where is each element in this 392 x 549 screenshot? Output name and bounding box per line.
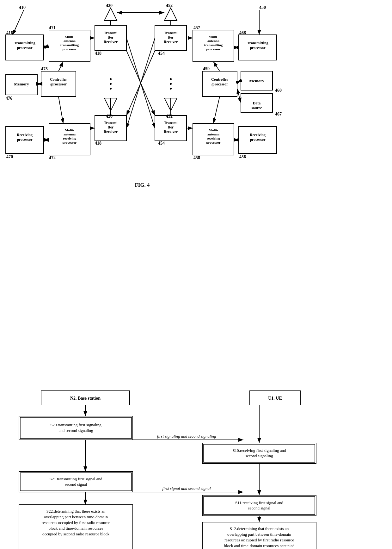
svg-text:first signal and second signal: first signal and second signal xyxy=(162,486,211,491)
svg-text:second signal: second signal xyxy=(65,482,87,487)
svg-text:450: 450 xyxy=(259,5,266,10)
svg-text:antenna: antenna xyxy=(207,39,219,43)
svg-text:459: 459 xyxy=(203,66,210,71)
svg-text:processor: processor xyxy=(17,137,33,142)
svg-text:Memory: Memory xyxy=(249,78,264,83)
svg-text:416: 416 xyxy=(6,30,13,35)
svg-point-115 xyxy=(110,83,112,85)
svg-point-119 xyxy=(170,88,172,90)
svg-text:processor: processor xyxy=(62,47,77,51)
svg-text:tter: tter xyxy=(108,125,114,129)
svg-text:Multi-: Multi- xyxy=(209,35,218,39)
svg-text:454: 454 xyxy=(158,141,165,146)
svg-text:processor: processor xyxy=(250,46,266,50)
svg-text:block and time-domain resource: block and time-domain resources occupied xyxy=(224,543,295,548)
fig5-svg: N2. Base station U1. UE S20.transmitting… xyxy=(0,384,392,549)
svg-text:Transmitting: Transmitting xyxy=(247,41,268,45)
svg-line-104 xyxy=(237,89,241,103)
svg-text:Transmi: Transmi xyxy=(104,121,118,125)
svg-text:472: 472 xyxy=(49,155,56,160)
svg-text:tter: tter xyxy=(108,35,114,40)
svg-text:second signaling: second signaling xyxy=(245,453,273,458)
svg-text:Multi-: Multi- xyxy=(209,128,218,132)
svg-text:Transmi: Transmi xyxy=(104,31,118,35)
svg-text:476: 476 xyxy=(6,96,12,101)
svg-text:processor: processor xyxy=(62,140,77,144)
svg-text:454: 454 xyxy=(158,51,165,56)
svg-text:S22.determining that there exi: S22.determining that there exists an xyxy=(46,509,106,514)
svg-text:Controller: Controller xyxy=(211,77,228,82)
svg-text:antenna: antenna xyxy=(207,132,219,136)
svg-text:418: 418 xyxy=(95,141,101,146)
svg-text:block and time-domain resource: block and time-domain resources xyxy=(49,526,103,531)
svg-text:/processor: /processor xyxy=(50,82,67,86)
svg-text:Controller: Controller xyxy=(50,77,67,82)
svg-text:processor: processor xyxy=(206,47,220,51)
svg-text:resources occupied by first ra: resources occupied by first radio resour… xyxy=(42,520,110,525)
svg-text:467: 467 xyxy=(275,112,282,116)
svg-text:Transmi: Transmi xyxy=(164,31,178,35)
svg-text:475: 475 xyxy=(41,66,48,71)
svg-point-118 xyxy=(170,83,172,85)
fig4-svg: Transmitting processor 416 410 Multi- an… xyxy=(0,3,392,190)
svg-text:tter: tter xyxy=(168,125,174,129)
svg-text:processor: processor xyxy=(250,137,266,142)
svg-marker-84 xyxy=(164,8,177,21)
svg-text:antenna: antenna xyxy=(64,39,76,43)
svg-text:S20.transmitting first signali: S20.transmitting first signaling xyxy=(50,422,101,427)
svg-text:Memory: Memory xyxy=(14,82,29,86)
svg-text:/processor: /processor xyxy=(211,82,228,86)
svg-text:processor: processor xyxy=(206,140,220,144)
svg-text:468: 468 xyxy=(239,30,246,35)
svg-text:Transmi: Transmi xyxy=(164,121,178,125)
svg-text:first signaling and second sig: first signaling and second signaling xyxy=(157,434,216,439)
svg-text:transmitting: transmitting xyxy=(204,43,223,47)
svg-text:S10.receiving first signaling : S10.receiving first signaling and xyxy=(233,448,286,453)
svg-text:overlapping part between time-: overlapping part between time-domain xyxy=(227,532,291,537)
svg-line-103 xyxy=(237,81,241,82)
svg-text:second signal: second signal xyxy=(248,506,271,510)
svg-text:Receiver: Receiver xyxy=(104,40,118,44)
svg-text:420: 420 xyxy=(106,3,113,8)
svg-text:458: 458 xyxy=(193,155,200,160)
svg-text:Data: Data xyxy=(253,101,261,105)
svg-text:456: 456 xyxy=(239,154,246,159)
svg-text:resources oc cupied by first r: resources oc cupied by first radio resou… xyxy=(224,538,294,542)
svg-text:Multi-: Multi- xyxy=(65,128,74,132)
svg-text:occupied by second radio resou: occupied by second radio resource block xyxy=(42,532,109,536)
svg-text:Receiving: Receiving xyxy=(250,133,266,137)
svg-text:S21.transmitting first signal : S21.transmitting first signal and xyxy=(50,477,102,481)
svg-text:Receiver: Receiver xyxy=(164,129,178,134)
svg-text:Receiver: Receiver xyxy=(104,129,118,134)
svg-point-114 xyxy=(110,78,112,80)
svg-text:antenna: antenna xyxy=(64,132,76,136)
page: Transmitting processor 416 410 Multi- an… xyxy=(0,0,392,549)
svg-line-102 xyxy=(213,97,220,123)
fig4-diagram: Transmitting processor 416 410 Multi- an… xyxy=(0,3,392,193)
svg-text:receiving: receiving xyxy=(207,136,220,140)
svg-text:Transmitting: Transmitting xyxy=(14,41,35,45)
svg-text:410: 410 xyxy=(19,5,26,10)
svg-line-90 xyxy=(44,46,49,47)
svg-text:processor: processor xyxy=(17,46,33,50)
svg-text:457: 457 xyxy=(193,25,200,30)
svg-text:S12.determining that there exi: S12.determining that there exists an xyxy=(230,526,289,531)
svg-text:tter: tter xyxy=(168,35,174,40)
svg-text:420: 420 xyxy=(106,114,113,119)
svg-text:S11.receiving first signal and: S11.receiving first signal and xyxy=(235,500,283,505)
svg-text:U1. UE: U1. UE xyxy=(268,396,282,401)
svg-text:overlapping part between time-: overlapping part between time-domain xyxy=(44,515,108,519)
svg-text:Multi-: Multi- xyxy=(65,35,74,39)
svg-text:418: 418 xyxy=(95,51,101,56)
svg-text:470: 470 xyxy=(6,154,13,159)
svg-text:460: 460 xyxy=(275,88,282,93)
svg-text:transmitting: transmitting xyxy=(60,43,79,47)
svg-text:452: 452 xyxy=(166,114,173,119)
svg-line-5 xyxy=(13,10,24,35)
svg-marker-82 xyxy=(104,8,117,21)
svg-text:Receiver: Receiver xyxy=(164,40,178,44)
svg-line-95 xyxy=(58,62,63,71)
svg-point-116 xyxy=(110,88,112,90)
svg-line-101 xyxy=(213,62,220,71)
svg-text:N2. Base station: N2. Base station xyxy=(70,396,101,401)
